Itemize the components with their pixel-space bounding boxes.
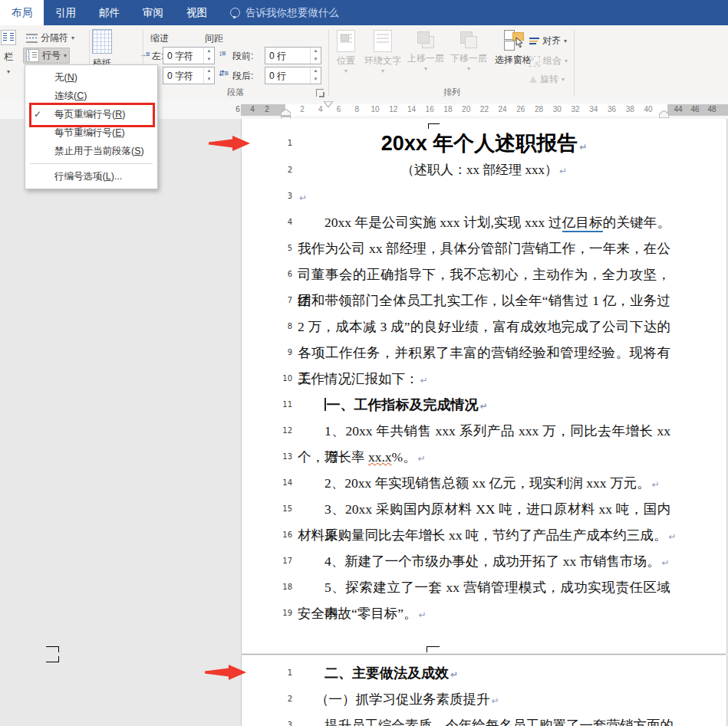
line-text[interactable]: 一、工作指标及完成情况↵ bbox=[298, 392, 670, 419]
step-down-icon[interactable]: ▼ bbox=[204, 76, 214, 84]
document-line[interactable]: 7结和带领部门全体员工扎实工作，以全年“销售过 1 亿，业务过 bbox=[242, 287, 726, 314]
tab-0[interactable]: 布局 bbox=[0, 0, 44, 25]
space-before-spinner[interactable]: 0 行 ▲▼ bbox=[265, 47, 321, 64]
line-text[interactable]: ↵ bbox=[298, 183, 670, 211]
line-numbers-button[interactable]: 行号 ▾ bbox=[23, 48, 70, 64]
line-text[interactable]: 2、20xx 年实现销售总额 xx 亿元，现实利润 xxx 万元。↵ bbox=[298, 470, 670, 498]
step-up-icon[interactable]: ▲ bbox=[311, 48, 321, 56]
tab-tell-me[interactable]: 告诉我你想要做什么 bbox=[219, 0, 351, 25]
menu-item-2[interactable]: ✓每页重编行号(R) bbox=[25, 105, 157, 123]
space-after-spinner[interactable]: 0 行 ▲▼ bbox=[265, 67, 321, 84]
line-text[interactable]: 2 万，成本减 3 成”的良好业绩，富有成效地完成了公司下达的 bbox=[298, 314, 670, 340]
word-layout-tab-screenshot: { "tabs": [ {"label": "布局", "active": tr… bbox=[0, 0, 728, 726]
document-line[interactable]: 19安全事故“零目标”。↵ bbox=[242, 600, 726, 626]
document-line[interactable]: 185、探索建立了一套 xx 营销管理模式，成功实现责任区域内 bbox=[242, 574, 726, 600]
tab-3[interactable]: 审阅 bbox=[131, 0, 175, 25]
document-line[interactable]: 1二、主要做法及成效↵ bbox=[242, 660, 726, 686]
menu-item-3[interactable]: 每节重编行号(E) bbox=[25, 123, 157, 142]
columns-button[interactable]: 栏 ▾ bbox=[1, 30, 16, 75]
align-button[interactable]: 对齐 ▾ bbox=[529, 34, 567, 48]
annotation-arrow-page2 bbox=[205, 664, 247, 681]
menu-item-5[interactable]: 行编号选项(L)... bbox=[25, 167, 157, 186]
tab-1[interactable]: 引用 bbox=[44, 0, 87, 25]
tab-2[interactable]: 邮件 bbox=[87, 0, 131, 25]
indent-right-spinner[interactable]: 0 字符 ▲▼ bbox=[163, 67, 215, 84]
line-text[interactable]: 二、主要做法及成效↵ bbox=[298, 660, 670, 688]
page-break-icon bbox=[26, 33, 38, 43]
line-text[interactable]: 结和带领部门全体员工扎实工作，以全年“销售过 1 亿，业务过 bbox=[298, 287, 670, 314]
stepper-arrows[interactable]: ▲▼ bbox=[310, 67, 321, 84]
document-line[interactable]: 11一、工作指标及完成情况↵ bbox=[242, 392, 726, 418]
ruler-number: 22 bbox=[480, 105, 489, 113]
bring-forward-button[interactable]: 上移一层 ▾ bbox=[405, 30, 446, 80]
checkmark-icon: ✓ bbox=[34, 105, 41, 123]
document-line[interactable]: 9各项工作任务，并积累了丰富的营销经验和管理经验。现将有关 bbox=[242, 340, 726, 366]
document-line[interactable]: 82 万，成本减 3 成”的良好业绩，富有成效地完成了公司下达的 bbox=[242, 314, 726, 340]
step-up-icon[interactable]: ▲ bbox=[311, 67, 321, 76]
send-backward-button[interactable]: 下移一层 ▾ bbox=[448, 30, 489, 80]
line-text[interactable]: 20xx 年是公司实施 xxx 计划,实现 xxx 过亿目标的关键年。 bbox=[298, 209, 670, 235]
breaks-button[interactable]: 分隔符 ▾ bbox=[23, 30, 77, 46]
line-number: 14 bbox=[275, 470, 292, 496]
document-line[interactable]: 5我作为公司 xx 部经理，具体分管部门营销工作，一年来，在公 bbox=[242, 235, 726, 261]
line-text[interactable]: 工作情况汇报如下：↵ bbox=[298, 366, 670, 393]
document-line[interactable]: 2（一）抓学习促业务素质提升↵ bbox=[242, 686, 726, 712]
page-2[interactable]: 1二、主要做法及成效↵2（一）抓学习促业务素质提升↵3提升员工综合素质，今年给每… bbox=[241, 655, 727, 726]
lightbulb-icon bbox=[230, 8, 240, 18]
page-boundary[interactable] bbox=[241, 654, 726, 655]
page-1[interactable]: 120xx 年个人述职报告↵2（述职人：xx 部经理 xxx）↵3↵420xx … bbox=[241, 119, 727, 653]
step-down-icon[interactable]: ▼ bbox=[311, 56, 321, 64]
line-text[interactable]: 提升员工综合素质，今年给每名员工购置了一套营销方面的 bbox=[298, 712, 670, 726]
wrap-text-button[interactable]: 环绕文字 ▾ bbox=[362, 30, 404, 80]
menu-item-1[interactable]: 连续(C) bbox=[25, 87, 157, 105]
line-number: 13 bbox=[275, 444, 292, 470]
first-line-indent-marker[interactable] bbox=[324, 101, 333, 107]
paragraph-mark: ↵ bbox=[480, 401, 488, 412]
rotate-button[interactable]: 旋转 ▾ bbox=[529, 73, 565, 86]
right-indent-marker[interactable] bbox=[659, 110, 669, 118]
tab-4[interactable]: 视图 bbox=[175, 0, 219, 25]
document-line[interactable]: 420xx 年是公司实施 xxx 计划,实现 xxx 过亿目标的关键年。 bbox=[242, 209, 726, 235]
line-text[interactable]: 4、新建了一个市级办事处，成功开拓了 xx 市销售市场。↵ bbox=[298, 548, 670, 576]
step-down-icon[interactable]: ▼ bbox=[311, 76, 321, 84]
line-text[interactable]: 材料采购量同比去年增长 xx 吨，节约了产品生产成本约三成。↵ bbox=[298, 522, 670, 550]
stepper-arrows[interactable]: ▲▼ bbox=[310, 48, 321, 64]
document-line[interactable]: 120xx 年个人述职报告↵ bbox=[242, 128, 726, 159]
document-line[interactable]: 2（述职人：xx 部经理 xxx）↵ bbox=[242, 157, 726, 183]
text-boundary-mark bbox=[46, 646, 59, 652]
menu-item-0[interactable]: 无(N) bbox=[25, 68, 157, 87]
stepper-arrows[interactable]: ▲▼ bbox=[203, 48, 214, 64]
line-text[interactable]: （一）抓学习促业务素质提升↵ bbox=[298, 686, 670, 714]
chevron-down-icon: ▾ bbox=[344, 67, 348, 74]
line-text[interactable]: （述职人：xx 部经理 xxx）↵ bbox=[298, 157, 670, 184]
stepper-arrows[interactable]: ▲▼ bbox=[203, 67, 214, 84]
line-number: 9 bbox=[275, 340, 292, 366]
document-line[interactable]: 153、20xx 采购国内原材料 XX 吨，进口原材料 xx 吨，国内原 bbox=[242, 496, 726, 522]
step-up-icon[interactable]: ▲ bbox=[204, 67, 214, 76]
line-text[interactable]: 个，增长率 xx.x%。↵ bbox=[298, 444, 670, 471]
document-line[interactable]: 121、20xx 年共销售 xxx 系列产品 xxx 万，同比去年增长 xx 万 bbox=[242, 418, 726, 444]
ruler-number: 26 bbox=[516, 105, 525, 113]
paragraph-dialog-launcher-icon[interactable] bbox=[316, 89, 324, 97]
document-line[interactable]: 142、20xx 年实现销售总额 xx 亿元，现实利润 xxx 万元。↵ bbox=[242, 470, 726, 496]
indent-left-spinner[interactable]: 0 字符 ▲▼ bbox=[163, 47, 215, 64]
line-text[interactable]: 安全事故“零目标”。↵ bbox=[298, 600, 670, 628]
chevron-down-icon: ▾ bbox=[564, 38, 567, 44]
menu-item-4[interactable]: 禁止用于当前段落(S) bbox=[25, 142, 157, 160]
ruler-number: 8 bbox=[354, 105, 359, 113]
document-line[interactable]: 3↵ bbox=[242, 183, 726, 209]
position-button[interactable]: 位置 ▾ bbox=[331, 30, 361, 80]
document-line[interactable]: 13个，增长率 xx.x%。↵ bbox=[242, 444, 726, 470]
line-number: 3 bbox=[275, 183, 292, 209]
document-canvas: 120xx 年个人述职报告↵2（述职人：xx 部经理 xxx）↵3↵420xx … bbox=[0, 119, 728, 726]
group-button[interactable]: 组合 ▾ bbox=[529, 54, 568, 67]
document-line[interactable]: 174、新建了一个市级办事处，成功开拓了 xx 市销售市场。↵ bbox=[242, 548, 726, 574]
document-line[interactable]: 16材料采购量同比去年增长 xx 吨，节约了产品生产成本约三成。↵ bbox=[242, 522, 726, 548]
document-line[interactable]: 6司董事会的正确指导下，我不忘初心，主动作为，全力攻坚，团 bbox=[242, 261, 726, 287]
line-number: 4 bbox=[275, 209, 292, 235]
step-up-icon[interactable]: ▲ bbox=[204, 48, 214, 56]
step-down-icon[interactable]: ▼ bbox=[204, 56, 214, 64]
line-text[interactable]: 我作为公司 xx 部经理，具体分管部门营销工作，一年来，在公 bbox=[298, 235, 670, 261]
document-line[interactable]: 3提升员工综合素质，今年给每名员工购置了一套营销方面的 bbox=[242, 712, 726, 726]
document-line[interactable]: 10工作情况汇报如下：↵ bbox=[242, 366, 726, 392]
